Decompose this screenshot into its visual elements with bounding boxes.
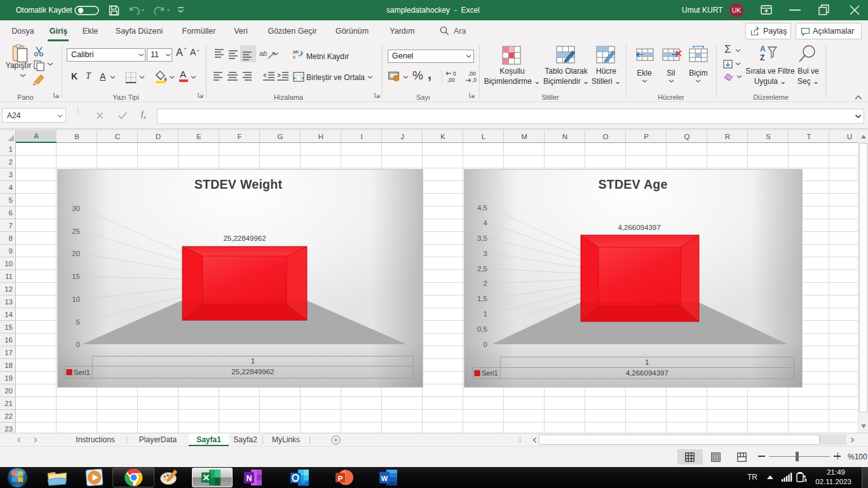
svg-text:0: 0 <box>453 71 456 77</box>
svg-text:4,266094397: 4,266094397 <box>618 224 660 231</box>
svg-text:0,5: 0,5 <box>477 325 487 333</box>
svg-text:,0: ,0 <box>472 77 477 83</box>
svg-text:4: 4 <box>484 219 488 227</box>
svg-text:4,5: 4,5 <box>477 204 487 212</box>
svg-text:c: c <box>293 54 295 58</box>
svg-text:1: 1 <box>484 310 487 318</box>
svg-text:2,5: 2,5 <box>477 265 487 273</box>
svg-text:1,5: 1,5 <box>477 295 487 302</box>
svg-text:10: 10 <box>72 295 80 303</box>
svg-text:ab: ab <box>259 50 267 57</box>
svg-text:2: 2 <box>484 280 487 287</box>
svg-text:20: 20 <box>72 250 80 257</box>
svg-text:A: A <box>760 44 766 53</box>
svg-text:Seri1: Seri1 <box>482 369 498 377</box>
svg-text:P: P <box>338 475 343 482</box>
svg-text:3,5: 3,5 <box>477 234 487 242</box>
svg-text:25,22849962: 25,22849962 <box>231 368 274 376</box>
svg-text:,00: ,00 <box>447 77 455 83</box>
svg-text:25,22849962: 25,22849962 <box>223 234 266 242</box>
svg-text:15: 15 <box>72 273 80 280</box>
svg-text:,00: ,00 <box>468 71 476 77</box>
svg-text:30: 30 <box>72 205 80 212</box>
svg-text:N: N <box>247 474 252 483</box>
svg-text:1: 1 <box>645 358 649 366</box>
svg-text:4,266094397: 4,266094397 <box>626 369 668 377</box>
svg-text:1: 1 <box>251 357 255 365</box>
svg-text:W: W <box>381 475 388 482</box>
svg-text:0: 0 <box>76 341 80 348</box>
svg-text:Seri1: Seri1 <box>74 369 90 376</box>
svg-text:5: 5 <box>76 318 80 326</box>
svg-text:0: 0 <box>484 341 487 348</box>
svg-text:STDEV Weight: STDEV Weight <box>194 177 283 191</box>
svg-text:STDEV Age: STDEV Age <box>598 177 667 191</box>
svg-text:Z: Z <box>760 53 764 62</box>
svg-text:3: 3 <box>484 250 487 257</box>
svg-text:25: 25 <box>72 227 80 235</box>
